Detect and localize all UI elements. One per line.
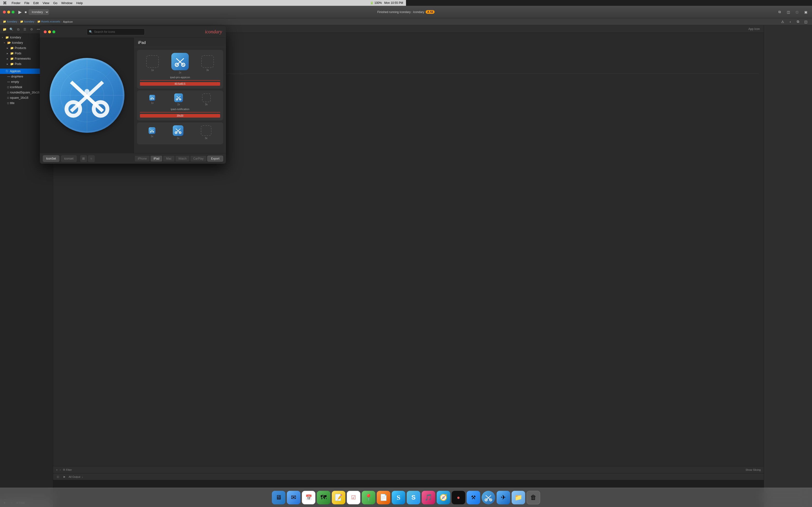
search-placeholder: Search for icons [94,30,115,34]
icondary-window: 🔍 Search for icons icondary [40,26,226,164]
ipad-panel: iPad 1x [134,38,226,153]
run-button[interactable]: ▶ [18,9,22,15]
tree-label: empty [11,80,19,83]
breadcrumb-item-4[interactable]: AppIcon [63,20,73,23]
circle-view-btn[interactable]: ○ [88,155,95,162]
menu-help[interactable]: Help [77,1,83,5]
device-tabs: iPhone iPad Mac Watch CarPlay Export [135,156,223,162]
ipad-notif-scissors-2x[interactable] [174,94,183,102]
menu-edit[interactable]: Edit [33,1,39,5]
scale-3x: 3x [205,103,208,106]
clock: Mon 10:55 PM [384,1,403,5]
ipad-section-1: 1x 2x [137,50,223,89]
scale-1x: 1x [151,102,154,104]
icondary-search-box[interactable]: 🔍 Search for icons [87,29,145,35]
tree-arrow: ▶ [7,58,9,60]
red-separator [140,80,220,80]
folder-icon: 📁 [10,57,14,60]
ipad-placeholder-1x[interactable] [146,55,159,68]
scale-1x: 1x [151,69,154,71]
tree-label: iconMask [10,86,22,89]
iconset-tab[interactable]: IconSet [43,155,59,162]
menu-window[interactable]: Window [61,1,72,5]
ipad-notif-placeholder-3x[interactable] [202,94,211,102]
appicon-icon: 🔵 [5,69,9,73]
iphone-tab[interactable]: iPhone [135,156,150,162]
mac-tab[interactable]: Mac [163,156,174,162]
tree-arrow: ▶ [7,63,9,65]
menu-view[interactable]: View [43,1,49,5]
apple-menu[interactable]: ⌘ [3,1,7,5]
ipad-s3-scissors-1x[interactable] [149,127,155,134]
tree-label: Frameworks [15,57,31,60]
ipad-notif-scissors-1x[interactable] [149,95,155,101]
menu-file[interactable]: File [24,1,30,5]
tree-arrow: ▶ [7,47,9,49]
menubar: ⌘ Finder File Edit View Go Window Help 🔋… [0,0,406,6]
search-icon: 🔍 [89,30,93,34]
icondary-maximize-btn[interactable] [52,31,55,33]
traffic-lights [3,11,14,13]
app-name[interactable]: Finder [12,1,20,5]
ipad-icon-row-3: 1x 2x [140,125,220,139]
file-icon: — [7,80,10,83]
file-icon: □ [7,91,9,94]
tree-label: Products [15,46,26,50]
ipad-s3-scissors-2x[interactable] [173,125,184,136]
export-btn[interactable]: Export [207,156,223,162]
sidebar-settings-icon[interactable]: ⚙ [29,27,34,32]
battery-status: 🔋 100% [370,1,382,5]
tree-label: Pods [15,62,21,66]
ipad-s3-placeholder-3x[interactable] [201,125,211,136]
minimize-button[interactable] [7,11,10,13]
folder-icon: 📁 [5,36,9,39]
watch-tab[interactable]: Watch [175,156,190,162]
folder-icon: 📁 [10,46,14,50]
scale-3x: 3x [205,137,208,139]
icondary-titlebar: 🔍 Search for icons icondary [40,26,226,38]
tree-label: dropHere [11,75,23,78]
sidebar-folder-icon[interactable]: 📁 [2,27,7,32]
menu-go[interactable]: Go [53,1,57,5]
breadcrumb-item-1[interactable]: 📁 Icondary [3,20,17,23]
xcode-toolbar: ▶ ■ Icondary Finished running Icondary :… [0,6,406,18]
ipad-grid-scroll[interactable]: 1x 2x [134,47,226,153]
icondary-minimize-btn[interactable] [48,31,51,33]
ipad-tab[interactable]: iPad [151,156,162,162]
tree-label: title [10,101,14,105]
iconset-tab-2[interactable]: iconset [61,155,77,162]
file-icon: — [7,75,10,78]
icon-preview-panel [40,38,134,153]
tree-label: Pods [15,52,21,55]
ipad-icon-row-2: 1x 2x [140,94,220,106]
tree-arrow: ▾ [2,37,4,39]
status-text: Finished running Icondary : Icondary [377,10,406,14]
breadcrumb-item-2[interactable]: 📁 Icondary [20,20,34,23]
size-badge-2: 20x20 [140,114,220,118]
scheme-selector[interactable]: Icondary [29,9,49,15]
stop-button[interactable]: ■ [24,10,27,14]
ipad-placeholder-3x[interactable] [201,55,214,68]
size-badge-1: 83.5x83.5 [140,82,220,86]
tree-label: Icondary [12,41,23,44]
ipad-notif-1x: 1x [149,95,155,104]
sidebar-filter-icon[interactable]: ⧉ [15,27,21,32]
carplay-tab[interactable]: CarPlay [191,156,207,162]
sidebar-list-icon[interactable]: ☰ [22,27,28,32]
fullscreen-button[interactable] [12,11,14,13]
ipad-scissors-2x[interactable] [171,53,189,70]
breadcrumb-item-3[interactable]: 📁 Assets.xcassets [37,20,60,23]
ipad-section-3: 1x 2x [137,122,223,145]
folder-icon: 📁 [10,62,14,66]
scale-2x: 2x [179,71,182,74]
icondary-close-btn[interactable] [44,31,47,33]
grid-view-btn[interactable]: ⊞ [80,155,87,162]
ipad-icon-row-1: 1x 2x [140,53,220,74]
ipad-icon-1x: 1x [146,55,159,71]
tree-label: AppIcon [10,69,20,73]
sidebar-search-icon[interactable]: 🔍 [9,27,14,32]
icondary-logo: icondary [205,29,222,35]
ipad-notif-2x: 2x [174,94,183,106]
close-button[interactable] [3,11,6,13]
ipad-s3-3x: 3x [201,125,211,139]
